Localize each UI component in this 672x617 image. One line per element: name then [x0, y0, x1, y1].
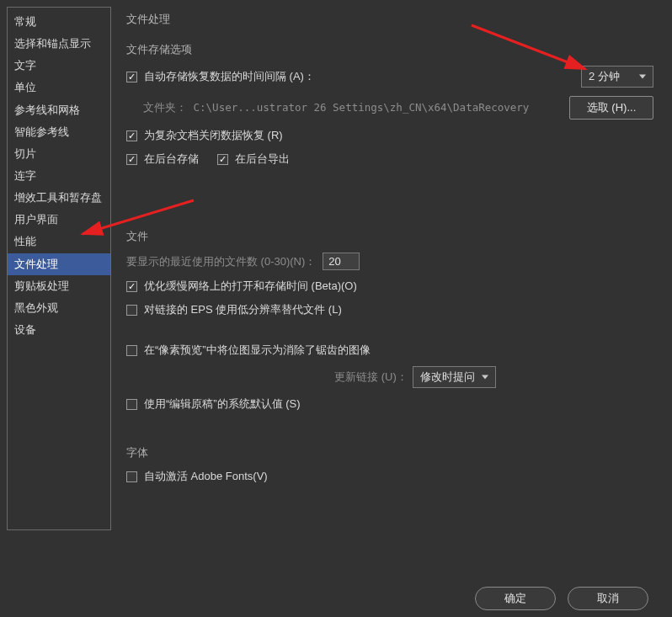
close-recovery-row: 为复杂文档关闭数据恢复 (R)	[126, 128, 653, 143]
recent-files-label: 要显示的最近使用的文件数 (0-30)(N)：	[126, 254, 316, 269]
ok-button[interactable]: 确定	[475, 587, 556, 610]
recent-files-input[interactable]: 20	[323, 253, 360, 270]
folder-path: 文件夹： C:\User...ustrator 26 Settings\zh_C…	[126, 101, 561, 115]
pixel-preview-label: 在“像素预览”中将位图显示为消除了锯齿的图像	[144, 343, 371, 358]
eps-checkbox[interactable]	[126, 305, 137, 316]
sidebar-item-plugins[interactable]: 增效工具和暂存盘	[8, 187, 110, 209]
auto-activate-fonts-row: 自动激活 Adobe Fonts(V)	[126, 469, 653, 484]
update-links-label: 更新链接 (U)：	[334, 370, 408, 385]
sidebar-item-ui[interactable]: 用户界面	[8, 209, 110, 231]
main-row: 常规 选择和锚点显示 文字 单位 参考线和网格 智能参考线 切片 连字 增效工具…	[7, 7, 665, 575]
update-links-row: 更新链接 (U)： 修改时提问	[126, 366, 653, 388]
sidebar-item-performance[interactable]: 性能	[8, 231, 110, 253]
auto-save-row: 自动存储恢复数据的时间间隔 (A)： 2 分钟	[126, 66, 653, 88]
auto-activate-fonts-checkbox[interactable]	[126, 471, 137, 482]
sidebar-item-file-handling[interactable]: 文件处理	[8, 253, 110, 275]
sidebar-item-black-appearance[interactable]: 黑色外观	[8, 297, 110, 319]
content-panel: 文件处理 文件存储选项 自动存储恢复数据的时间间隔 (A)： 2 分钟 文件夹：…	[126, 7, 665, 575]
cancel-button[interactable]: 取消	[568, 587, 648, 610]
optimize-row: 优化缓慢网络上的打开和存储时间 (Beta)(O)	[126, 279, 653, 294]
section-files-title: 文件	[126, 229, 653, 244]
sidebar: 常规 选择和锚点显示 文字 单位 参考线和网格 智能参考线 切片 连字 增效工具…	[7, 7, 111, 530]
eps-row: 对链接的 EPS 使用低分辨率替代文件 (L)	[126, 302, 653, 317]
pixel-preview-checkbox[interactable]	[126, 345, 137, 356]
recent-files-row: 要显示的最近使用的文件数 (0-30)(N)： 20	[126, 253, 653, 270]
sidebar-item-general[interactable]: 常规	[8, 11, 110, 33]
sidebar-item-units[interactable]: 单位	[8, 77, 110, 98]
section-fonts-title: 字体	[126, 445, 653, 460]
sidebar-item-selection[interactable]: 选择和锚点显示	[8, 33, 110, 55]
auto-save-checkbox[interactable]	[126, 72, 137, 82]
sidebar-item-guides[interactable]: 参考线和网格	[8, 99, 110, 121]
close-recovery-checkbox[interactable]	[126, 130, 137, 141]
bg-export-label: 在后台导出	[235, 152, 290, 167]
auto-activate-fonts-label: 自动激活 Adobe Fonts(V)	[144, 469, 268, 484]
auto-save-label: 自动存储恢复数据的时间间隔 (A)：	[144, 69, 315, 84]
edit-original-checkbox[interactable]	[126, 399, 137, 410]
bg-save-checkbox[interactable]	[126, 154, 137, 165]
sidebar-item-devices[interactable]: 设备	[8, 319, 110, 341]
panel-title: 文件处理	[126, 12, 653, 27]
footer: 确定 取消	[7, 575, 665, 610]
sidebar-item-clipboard[interactable]: 剪贴板处理	[8, 275, 110, 297]
update-links-select[interactable]: 修改时提问	[413, 366, 496, 388]
edit-original-row: 使用“编辑原稿”的系统默认值 (S)	[126, 396, 653, 412]
edit-original-label: 使用“编辑原稿”的系统默认值 (S)	[144, 396, 301, 412]
eps-label: 对链接的 EPS 使用低分辨率替代文件 (L)	[144, 302, 342, 317]
sidebar-item-slices[interactable]: 切片	[8, 143, 110, 165]
folder-row: 文件夹： C:\User...ustrator 26 Settings\zh_C…	[126, 96, 653, 120]
pixel-preview-row: 在“像素预览”中将位图显示为消除了锯齿的图像	[126, 343, 653, 358]
sidebar-item-text[interactable]: 文字	[8, 55, 110, 77]
preferences-dialog: 常规 选择和锚点显示 文字 单位 参考线和网格 智能参考线 切片 连字 增效工具…	[7, 7, 665, 610]
bg-save-label: 在后台存储	[144, 152, 199, 167]
sidebar-item-smart-guides[interactable]: 智能参考线	[8, 121, 110, 143]
bg-export-checkbox[interactable]	[217, 154, 228, 165]
auto-save-interval-select[interactable]: 2 分钟	[581, 66, 653, 88]
choose-folder-button[interactable]: 选取 (H)...	[569, 96, 653, 120]
background-row: 在后台存储 在后台导出	[126, 152, 653, 167]
section-storage-title: 文件存储选项	[126, 42, 653, 57]
optimize-checkbox[interactable]	[126, 281, 137, 292]
optimize-label: 优化缓慢网络上的打开和存储时间 (Beta)(O)	[144, 279, 357, 294]
sidebar-item-hyphenation[interactable]: 连字	[8, 165, 110, 187]
close-recovery-label: 为复杂文档关闭数据恢复 (R)	[144, 128, 283, 143]
